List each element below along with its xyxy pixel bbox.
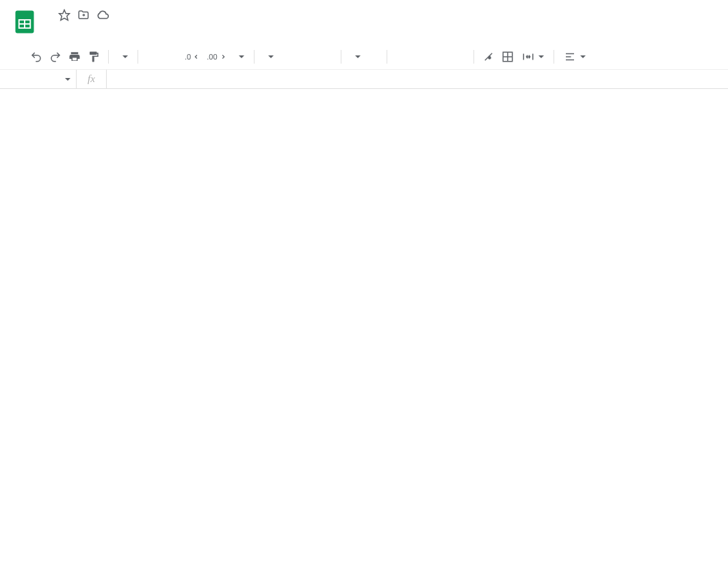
fx-icon: fx [77, 70, 107, 88]
font-family-dropdown[interactable] [260, 48, 335, 66]
document-title[interactable] [44, 14, 52, 16]
currency-button[interactable] [144, 48, 161, 66]
toolbar: .0 .00 [0, 44, 728, 70]
sheets-app-icon[interactable] [11, 8, 38, 36]
menu-addons[interactable] [130, 31, 141, 37]
paint-format-button[interactable] [85, 48, 103, 66]
menu-tools[interactable] [118, 31, 129, 37]
font-size-dropdown[interactable] [347, 48, 381, 66]
menu-insert[interactable] [81, 31, 92, 37]
increase-decimal-button[interactable]: .00 [204, 48, 229, 66]
cloud-status-icon[interactable] [96, 8, 109, 22]
horizontal-align-button[interactable] [560, 48, 590, 66]
move-icon[interactable] [77, 8, 90, 22]
italic-button[interactable] [412, 48, 430, 66]
print-button[interactable] [66, 48, 83, 66]
svg-marker-4 [60, 10, 70, 21]
decrease-decimal-button[interactable]: .0 [182, 48, 203, 66]
text-color-button[interactable] [450, 48, 468, 66]
strikethrough-button[interactable] [431, 48, 449, 66]
menu-help[interactable] [142, 31, 153, 37]
menu-edit[interactable] [56, 31, 67, 37]
merge-cells-button[interactable] [518, 48, 548, 66]
redo-button[interactable] [47, 48, 64, 66]
percent-button[interactable] [163, 48, 181, 66]
fill-color-button[interactable] [480, 48, 497, 66]
borders-button[interactable] [499, 48, 517, 66]
star-icon[interactable] [57, 8, 71, 22]
zoom-dropdown[interactable] [114, 48, 132, 66]
undo-button[interactable] [27, 48, 45, 66]
number-format-dropdown[interactable] [231, 48, 248, 66]
menu-file[interactable] [44, 31, 55, 37]
menu-format[interactable] [93, 31, 104, 37]
menu-data[interactable] [105, 31, 116, 37]
name-box[interactable] [0, 70, 77, 88]
bold-button[interactable] [393, 48, 411, 66]
menu-view[interactable] [68, 31, 79, 37]
